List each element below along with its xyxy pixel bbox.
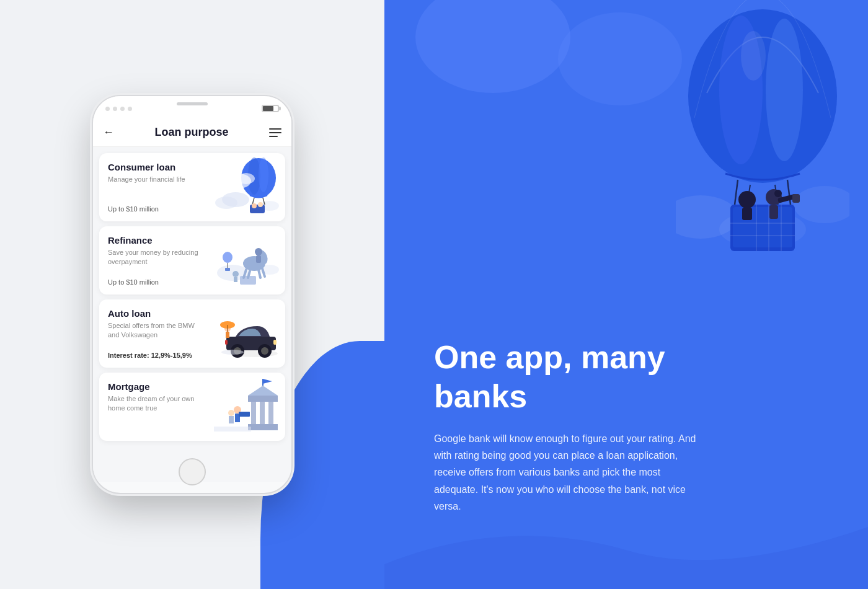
svg-rect-25 <box>234 277 237 282</box>
phone-battery <box>262 105 279 112</box>
refinance-desc: Save your money by reducing overpayment <box>108 248 207 267</box>
svg-point-5 <box>259 157 268 192</box>
main-headline: One app, many banks <box>434 338 701 415</box>
svg-rect-81 <box>792 194 800 203</box>
cloud-blob-1 <box>415 0 570 93</box>
svg-rect-45 <box>268 401 273 425</box>
app-header: ← Loan purpose <box>93 121 291 147</box>
svg-rect-48 <box>248 424 278 430</box>
svg-rect-53 <box>239 412 250 417</box>
menu-button[interactable] <box>269 128 281 137</box>
loan-list: Consumer loan Manage your financial life… <box>93 147 291 482</box>
svg-rect-43 <box>251 401 256 425</box>
svg-point-24 <box>232 271 239 277</box>
phone-signal <box>105 107 132 111</box>
svg-point-75 <box>738 191 756 208</box>
svg-rect-44 <box>260 401 265 425</box>
back-button[interactable]: ← <box>103 126 114 139</box>
mortgage-card[interactable]: Mortgage Make the dream of your own home… <box>99 373 285 441</box>
svg-rect-69 <box>733 207 792 247</box>
phone-status-bar <box>93 96 291 121</box>
svg-rect-32 <box>225 340 228 345</box>
svg-point-54 <box>228 410 234 416</box>
svg-rect-28 <box>225 268 230 271</box>
svg-point-1 <box>222 192 249 207</box>
svg-rect-46 <box>248 396 278 402</box>
phone-notch <box>177 102 208 105</box>
signal-dot-2 <box>113 107 117 111</box>
svg-point-62 <box>766 19 803 161</box>
consumer-loan-desc: Manage your financial life <box>108 175 207 184</box>
menu-line-3 <box>269 136 278 137</box>
svg-line-19 <box>259 270 260 278</box>
signal-dot-1 <box>105 107 110 111</box>
svg-line-64 <box>735 180 738 205</box>
signal-dot-3 <box>120 107 125 111</box>
svg-rect-76 <box>742 208 752 220</box>
svg-point-58 <box>794 186 849 223</box>
svg-rect-78 <box>769 205 778 219</box>
svg-point-63 <box>741 31 766 81</box>
svg-rect-56 <box>214 427 251 432</box>
svg-point-9 <box>252 203 257 208</box>
signal-dot-4 <box>128 107 132 111</box>
phone-mockup: ← Loan purpose Consumer loan Manage your… <box>93 96 291 493</box>
refinance-illustration <box>214 229 282 288</box>
phone-home-button[interactable] <box>179 458 206 485</box>
cloud-blob-2 <box>558 12 682 105</box>
svg-point-26 <box>223 252 232 263</box>
large-balloon-illustration <box>676 0 849 279</box>
battery-fill <box>263 106 273 111</box>
main-description: Google bank will know enough to figure o… <box>434 430 701 515</box>
refinance-card[interactable]: Refinance Save your money by reducing ov… <box>99 226 285 294</box>
consumer-loan-illustration <box>214 156 282 215</box>
svg-point-10 <box>258 202 263 207</box>
right-text-content: One app, many banks Google bank will kno… <box>434 338 701 515</box>
svg-point-12 <box>237 173 255 184</box>
svg-point-36 <box>261 347 268 355</box>
menu-line-1 <box>269 128 281 130</box>
svg-point-60 <box>688 9 837 183</box>
svg-point-41 <box>221 350 244 355</box>
left-panel: ← Loan purpose Consumer loan Manage your… <box>0 0 384 589</box>
svg-rect-38 <box>226 332 229 338</box>
svg-point-79 <box>774 190 782 197</box>
svg-line-67 <box>787 180 790 205</box>
svg-rect-23 <box>256 255 261 263</box>
screen-title: Loan purpose <box>154 126 228 139</box>
auto-loan-desc: Special offers from the BMW and Volkswag… <box>108 321 207 340</box>
auto-loan-card[interactable]: Auto loan Special offers from the BMW an… <box>99 299 285 368</box>
auto-loan-illustration <box>214 303 282 361</box>
consumer-loan-card[interactable]: Consumer loan Manage your financial life… <box>99 153 285 221</box>
svg-point-22 <box>255 248 262 255</box>
svg-rect-31 <box>273 340 277 345</box>
menu-line-2 <box>269 132 281 133</box>
svg-rect-55 <box>229 416 234 423</box>
mortgage-desc: Make the dream of your own home come tru… <box>108 394 207 414</box>
right-panel: One app, many banks Google bank will kno… <box>384 0 868 589</box>
mortgage-illustration <box>214 376 282 435</box>
